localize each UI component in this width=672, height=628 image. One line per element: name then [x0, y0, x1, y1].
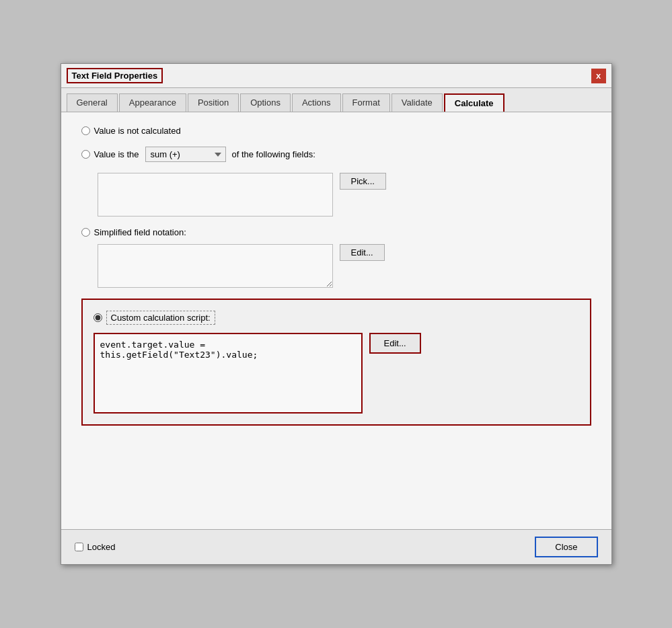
- simplified-notation-input[interactable]: [98, 244, 333, 288]
- tab-options[interactable]: Options: [240, 93, 291, 112]
- tab-validate[interactable]: Validate: [391, 93, 443, 112]
- script-textarea[interactable]: [94, 333, 363, 414]
- tab-appearance[interactable]: Appearance: [119, 93, 186, 112]
- simplified-notation-area: Edit...: [98, 244, 591, 288]
- fields-list-box[interactable]: [98, 173, 333, 217]
- sum-select[interactable]: sum (+) product (x) average minimum maxi…: [145, 147, 226, 162]
- locked-label: Locked: [87, 542, 116, 552]
- label-value-is-the: Value is the: [94, 149, 139, 159]
- radio-not-calculated[interactable]: [81, 126, 90, 135]
- label-simplified: Simplified field notation:: [94, 227, 186, 237]
- tab-format[interactable]: Format: [342, 93, 390, 112]
- close-x-button[interactable]: x: [591, 69, 606, 83]
- close-dialog-button[interactable]: Close: [535, 537, 597, 557]
- custom-radio-row: Custom calculation script:: [94, 311, 579, 325]
- pick-button[interactable]: Pick...: [340, 173, 386, 190]
- custom-script-area: Edit...: [94, 333, 579, 414]
- footer: Locked Close: [61, 529, 611, 564]
- text-field-properties-dialog: Text Field Properties x General Appearan…: [61, 63, 612, 565]
- fields-list-area: Pick...: [98, 173, 591, 217]
- dialog-title: Text Field Properties: [67, 68, 163, 83]
- tab-content-calculate: Value is not calculated Value is the sum…: [61, 112, 611, 529]
- tab-position[interactable]: Position: [188, 93, 239, 112]
- tab-calculate[interactable]: Calculate: [444, 93, 505, 112]
- tab-general[interactable]: General: [67, 93, 118, 112]
- edit-button-highlighted[interactable]: Edit...: [369, 333, 421, 354]
- tab-actions[interactable]: Actions: [292, 93, 341, 112]
- of-following-fields-label: of the following fields:: [231, 149, 315, 159]
- not-calculated-row: Value is not calculated: [81, 126, 591, 136]
- locked-checkbox[interactable]: [75, 543, 83, 551]
- label-not-calculated: Value is not calculated: [94, 126, 181, 136]
- custom-label: Custom calculation script:: [106, 311, 215, 325]
- edit-button-plain[interactable]: Edit...: [340, 244, 385, 261]
- radio-value-is-the[interactable]: [81, 150, 90, 159]
- radio-custom[interactable]: [94, 313, 102, 322]
- title-bar: Text Field Properties x: [61, 64, 611, 88]
- custom-script-section: Custom calculation script: Edit...: [81, 299, 591, 426]
- simplified-row: Simplified field notation:: [81, 227, 591, 237]
- radio-simplified[interactable]: [81, 228, 90, 237]
- tab-bar: General Appearance Position Options Acti…: [61, 88, 611, 112]
- locked-row: Locked: [75, 542, 116, 552]
- value-is-the-row: Value is the sum (+) product (x) average…: [81, 147, 591, 162]
